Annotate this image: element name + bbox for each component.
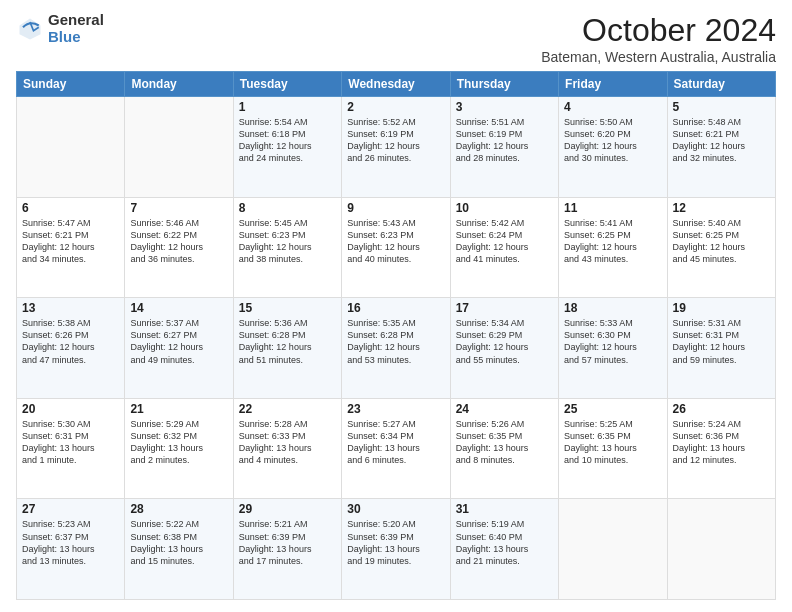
day-info: Sunrise: 5:28 AM Sunset: 6:33 PM Dayligh… [239, 418, 336, 467]
calendar-cell: 1Sunrise: 5:54 AM Sunset: 6:18 PM Daylig… [233, 97, 341, 198]
month-title: October 2024 [541, 12, 776, 49]
day-info: Sunrise: 5:46 AM Sunset: 6:22 PM Dayligh… [130, 217, 227, 266]
calendar-cell [559, 499, 667, 600]
calendar-cell: 15Sunrise: 5:36 AM Sunset: 6:28 PM Dayli… [233, 298, 341, 399]
calendar-day-header: Friday [559, 72, 667, 97]
day-number: 4 [564, 100, 661, 114]
day-info: Sunrise: 5:25 AM Sunset: 6:35 PM Dayligh… [564, 418, 661, 467]
day-info: Sunrise: 5:23 AM Sunset: 6:37 PM Dayligh… [22, 518, 119, 567]
calendar-day-header: Saturday [667, 72, 775, 97]
day-info: Sunrise: 5:50 AM Sunset: 6:20 PM Dayligh… [564, 116, 661, 165]
calendar-week-row: 1Sunrise: 5:54 AM Sunset: 6:18 PM Daylig… [17, 97, 776, 198]
calendar-cell: 7Sunrise: 5:46 AM Sunset: 6:22 PM Daylig… [125, 197, 233, 298]
calendar-cell: 24Sunrise: 5:26 AM Sunset: 6:35 PM Dayli… [450, 398, 558, 499]
day-info: Sunrise: 5:21 AM Sunset: 6:39 PM Dayligh… [239, 518, 336, 567]
calendar-table: SundayMondayTuesdayWednesdayThursdayFrid… [16, 71, 776, 600]
calendar-cell [667, 499, 775, 600]
day-info: Sunrise: 5:20 AM Sunset: 6:39 PM Dayligh… [347, 518, 444, 567]
day-info: Sunrise: 5:48 AM Sunset: 6:21 PM Dayligh… [673, 116, 770, 165]
day-info: Sunrise: 5:26 AM Sunset: 6:35 PM Dayligh… [456, 418, 553, 467]
calendar-cell: 13Sunrise: 5:38 AM Sunset: 6:26 PM Dayli… [17, 298, 125, 399]
logo-general: General [48, 12, 104, 29]
calendar-day-header: Tuesday [233, 72, 341, 97]
day-number: 17 [456, 301, 553, 315]
day-number: 6 [22, 201, 119, 215]
day-info: Sunrise: 5:47 AM Sunset: 6:21 PM Dayligh… [22, 217, 119, 266]
day-number: 21 [130, 402, 227, 416]
calendar-cell: 22Sunrise: 5:28 AM Sunset: 6:33 PM Dayli… [233, 398, 341, 499]
calendar-cell: 23Sunrise: 5:27 AM Sunset: 6:34 PM Dayli… [342, 398, 450, 499]
day-number: 20 [22, 402, 119, 416]
day-number: 13 [22, 301, 119, 315]
calendar-cell: 18Sunrise: 5:33 AM Sunset: 6:30 PM Dayli… [559, 298, 667, 399]
calendar-cell: 14Sunrise: 5:37 AM Sunset: 6:27 PM Dayli… [125, 298, 233, 399]
calendar-week-row: 20Sunrise: 5:30 AM Sunset: 6:31 PM Dayli… [17, 398, 776, 499]
calendar-cell: 5Sunrise: 5:48 AM Sunset: 6:21 PM Daylig… [667, 97, 775, 198]
calendar-week-row: 13Sunrise: 5:38 AM Sunset: 6:26 PM Dayli… [17, 298, 776, 399]
day-number: 1 [239, 100, 336, 114]
calendar-day-header: Sunday [17, 72, 125, 97]
day-info: Sunrise: 5:29 AM Sunset: 6:32 PM Dayligh… [130, 418, 227, 467]
calendar-cell: 26Sunrise: 5:24 AM Sunset: 6:36 PM Dayli… [667, 398, 775, 499]
calendar-cell: 28Sunrise: 5:22 AM Sunset: 6:38 PM Dayli… [125, 499, 233, 600]
day-info: Sunrise: 5:40 AM Sunset: 6:25 PM Dayligh… [673, 217, 770, 266]
day-number: 3 [456, 100, 553, 114]
calendar-week-row: 6Sunrise: 5:47 AM Sunset: 6:21 PM Daylig… [17, 197, 776, 298]
calendar-week-row: 27Sunrise: 5:23 AM Sunset: 6:37 PM Dayli… [17, 499, 776, 600]
day-info: Sunrise: 5:30 AM Sunset: 6:31 PM Dayligh… [22, 418, 119, 467]
day-number: 15 [239, 301, 336, 315]
calendar-cell: 19Sunrise: 5:31 AM Sunset: 6:31 PM Dayli… [667, 298, 775, 399]
day-info: Sunrise: 5:19 AM Sunset: 6:40 PM Dayligh… [456, 518, 553, 567]
day-info: Sunrise: 5:54 AM Sunset: 6:18 PM Dayligh… [239, 116, 336, 165]
day-number: 29 [239, 502, 336, 516]
calendar-header-row: SundayMondayTuesdayWednesdayThursdayFrid… [17, 72, 776, 97]
day-number: 30 [347, 502, 444, 516]
day-info: Sunrise: 5:34 AM Sunset: 6:29 PM Dayligh… [456, 317, 553, 366]
day-info: Sunrise: 5:38 AM Sunset: 6:26 PM Dayligh… [22, 317, 119, 366]
calendar-cell: 29Sunrise: 5:21 AM Sunset: 6:39 PM Dayli… [233, 499, 341, 600]
day-number: 19 [673, 301, 770, 315]
day-info: Sunrise: 5:52 AM Sunset: 6:19 PM Dayligh… [347, 116, 444, 165]
day-number: 10 [456, 201, 553, 215]
day-info: Sunrise: 5:45 AM Sunset: 6:23 PM Dayligh… [239, 217, 336, 266]
day-info: Sunrise: 5:42 AM Sunset: 6:24 PM Dayligh… [456, 217, 553, 266]
calendar-cell: 3Sunrise: 5:51 AM Sunset: 6:19 PM Daylig… [450, 97, 558, 198]
day-info: Sunrise: 5:37 AM Sunset: 6:27 PM Dayligh… [130, 317, 227, 366]
calendar-cell: 10Sunrise: 5:42 AM Sunset: 6:24 PM Dayli… [450, 197, 558, 298]
day-number: 23 [347, 402, 444, 416]
calendar-cell [125, 97, 233, 198]
calendar-cell: 11Sunrise: 5:41 AM Sunset: 6:25 PM Dayli… [559, 197, 667, 298]
day-number: 28 [130, 502, 227, 516]
calendar-cell: 21Sunrise: 5:29 AM Sunset: 6:32 PM Dayli… [125, 398, 233, 499]
day-number: 9 [347, 201, 444, 215]
day-info: Sunrise: 5:41 AM Sunset: 6:25 PM Dayligh… [564, 217, 661, 266]
day-info: Sunrise: 5:43 AM Sunset: 6:23 PM Dayligh… [347, 217, 444, 266]
calendar-cell: 6Sunrise: 5:47 AM Sunset: 6:21 PM Daylig… [17, 197, 125, 298]
day-number: 14 [130, 301, 227, 315]
calendar-cell: 2Sunrise: 5:52 AM Sunset: 6:19 PM Daylig… [342, 97, 450, 198]
calendar-cell: 16Sunrise: 5:35 AM Sunset: 6:28 PM Dayli… [342, 298, 450, 399]
logo-icon [16, 15, 44, 43]
day-info: Sunrise: 5:27 AM Sunset: 6:34 PM Dayligh… [347, 418, 444, 467]
day-number: 12 [673, 201, 770, 215]
day-number: 25 [564, 402, 661, 416]
calendar-cell: 9Sunrise: 5:43 AM Sunset: 6:23 PM Daylig… [342, 197, 450, 298]
header: General Blue October 2024 Bateman, Weste… [16, 12, 776, 65]
day-number: 26 [673, 402, 770, 416]
page: General Blue October 2024 Bateman, Weste… [0, 0, 792, 612]
day-info: Sunrise: 5:22 AM Sunset: 6:38 PM Dayligh… [130, 518, 227, 567]
logo: General Blue [16, 12, 104, 45]
day-info: Sunrise: 5:36 AM Sunset: 6:28 PM Dayligh… [239, 317, 336, 366]
day-number: 8 [239, 201, 336, 215]
day-number: 22 [239, 402, 336, 416]
day-info: Sunrise: 5:33 AM Sunset: 6:30 PM Dayligh… [564, 317, 661, 366]
day-number: 5 [673, 100, 770, 114]
logo-text: General Blue [48, 12, 104, 45]
calendar-cell: 30Sunrise: 5:20 AM Sunset: 6:39 PM Dayli… [342, 499, 450, 600]
calendar-cell: 17Sunrise: 5:34 AM Sunset: 6:29 PM Dayli… [450, 298, 558, 399]
day-number: 24 [456, 402, 553, 416]
calendar-day-header: Wednesday [342, 72, 450, 97]
day-number: 18 [564, 301, 661, 315]
day-number: 2 [347, 100, 444, 114]
calendar-cell: 8Sunrise: 5:45 AM Sunset: 6:23 PM Daylig… [233, 197, 341, 298]
